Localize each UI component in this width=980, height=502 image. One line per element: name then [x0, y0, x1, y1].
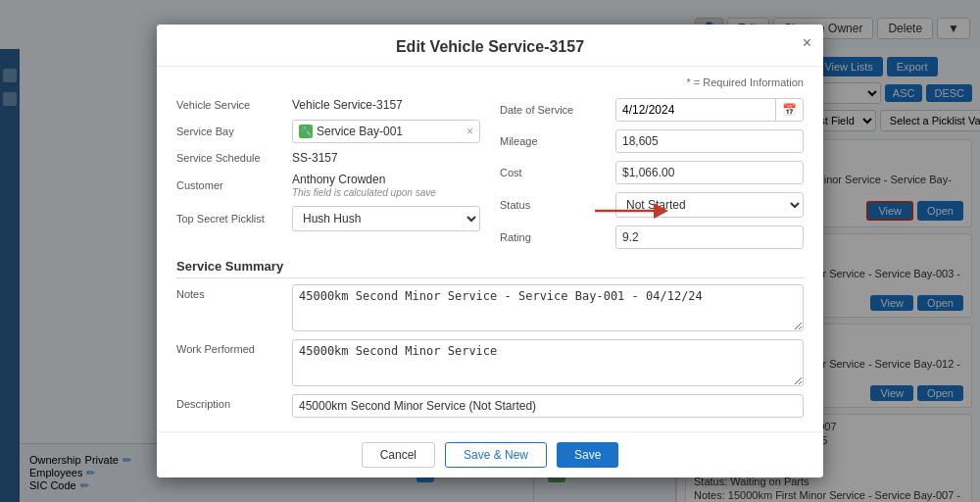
date-of-service-input-wrap: 📅 — [615, 98, 804, 122]
rating-label: Rating — [500, 231, 608, 243]
modal-header: Edit Vehicle Service-3157 × — [157, 25, 823, 67]
calendar-icon[interactable]: 📅 — [775, 99, 803, 121]
rating-input[interactable] — [615, 226, 804, 249]
mileage-row: Mileage — [500, 129, 804, 153]
description-input[interactable] — [292, 394, 804, 418]
notes-grid: Notes 45000km Second Minor Service - Ser… — [176, 284, 804, 418]
required-info-text: * = Required Information — [176, 76, 804, 88]
save-and-new-button[interactable]: Save & New — [445, 442, 547, 468]
modal-footer: Cancel Save & New Save — [157, 431, 823, 477]
service-schedule-value: SS-3157 — [292, 151, 338, 165]
vehicle-service-label: Vehicle Service — [176, 99, 284, 111]
status-label: Status — [500, 199, 608, 211]
top-secret-label: Top Secret Picklist — [176, 213, 284, 225]
cost-input[interactable] — [615, 161, 804, 184]
work-performed-row: Work Performed 45000km Second Minor Serv… — [176, 339, 804, 386]
notes-label: Notes — [176, 284, 284, 331]
date-of-service-input[interactable] — [616, 99, 775, 121]
date-of-service-label: Date of Service — [500, 104, 608, 116]
modal-body: * = Required Information Vehicle Service… — [157, 67, 823, 431]
vehicle-service-row: Vehicle Service Vehicle Service-3157 — [176, 98, 480, 112]
work-performed-textarea[interactable]: 45000km Second Minor Service — [292, 339, 804, 386]
service-summary-title: Service Summary — [176, 259, 804, 278]
modal-overlay: Edit Vehicle Service-3157 × * = Required… — [0, 0, 980, 502]
service-bay-value: Service Bay-001 — [317, 125, 403, 138]
description-label: Description — [176, 394, 284, 418]
top-secret-select[interactable]: Hush Hush — [292, 206, 480, 231]
vehicle-service-value: Vehicle Service-3157 — [292, 98, 403, 112]
save-button[interactable]: Save — [557, 442, 618, 468]
status-row: Status Not Started — [500, 192, 804, 218]
service-bay-input[interactable]: 🔧 Service Bay-001 × — [292, 120, 480, 143]
customer-value: Anthony Crowden — [292, 173, 436, 186]
edit-modal: Edit Vehicle Service-3157 × * = Required… — [157, 25, 823, 477]
modal-title: Edit Vehicle Service-3157 — [396, 38, 584, 55]
mileage-input[interactable] — [615, 129, 804, 153]
service-bay-clear-button[interactable]: × — [466, 125, 473, 138]
mileage-label: Mileage — [500, 135, 608, 147]
modal-close-button[interactable]: × — [803, 34, 811, 52]
form-right-section: Date of Service 📅 Mileage Cost — [500, 98, 804, 249]
notes-row: Notes 45000km Second Minor Service - Ser… — [176, 284, 804, 331]
cancel-button[interactable]: Cancel — [362, 442, 435, 468]
service-schedule-label: Service Schedule — [176, 152, 284, 164]
form-grid: Vehicle Service Vehicle Service-3157 Ser… — [176, 98, 804, 249]
date-of-service-row: Date of Service 📅 — [500, 98, 804, 122]
cost-row: Cost — [500, 161, 804, 184]
customer-label: Customer — [176, 179, 284, 191]
notes-textarea[interactable]: 45000km Second Minor Service - Service B… — [292, 284, 804, 331]
description-row: Description — [176, 394, 804, 418]
customer-sub-label: This field is calculated upon save — [292, 187, 436, 198]
form-left-section: Vehicle Service Vehicle Service-3157 Ser… — [176, 98, 480, 249]
cost-label: Cost — [500, 167, 608, 178]
service-schedule-row: Service Schedule SS-3157 — [176, 151, 480, 165]
rating-row: Rating — [500, 226, 804, 249]
top-secret-row: Top Secret Picklist Hush Hush — [176, 206, 480, 231]
status-select[interactable]: Not Started — [615, 192, 804, 218]
service-bay-label: Service Bay — [176, 126, 284, 137]
service-bay-icon: 🔧 — [299, 125, 313, 138]
service-bay-row: Service Bay 🔧 Service Bay-001 × — [176, 120, 480, 143]
customer-row: Customer Anthony Crowden This field is c… — [176, 173, 480, 198]
work-performed-label: Work Performed — [176, 339, 284, 386]
